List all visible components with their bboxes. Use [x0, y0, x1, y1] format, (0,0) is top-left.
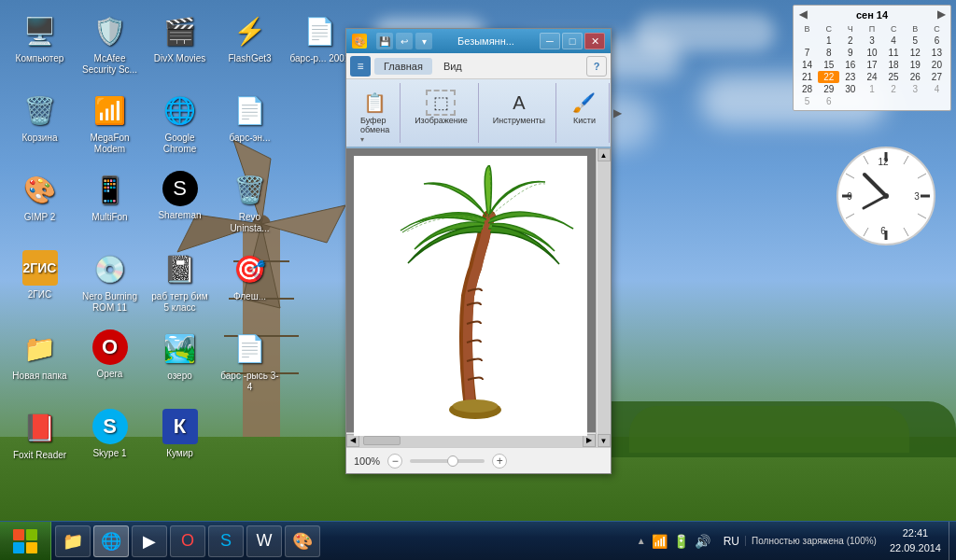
cal-cell[interactable]: 2 [839, 35, 861, 47]
cal-cell[interactable]: 29 [818, 83, 839, 95]
taskbar-paint[interactable]: 🎨 [285, 525, 320, 557]
icon-multifon[interactable]: 📱 MultiFon [75, 163, 145, 243]
tray-network-icon[interactable]: 📶 [652, 534, 668, 549]
cal-cell[interactable]: 1 [818, 35, 839, 47]
paint-minimize-btn[interactable]: ─ [540, 33, 560, 49]
cal-cell[interactable]: 25 [883, 71, 905, 83]
cal-cell[interactable]: 20 [926, 59, 948, 71]
taskbar-opera[interactable]: O [170, 525, 205, 557]
tray-battery-icon[interactable]: 🔋 [673, 534, 689, 549]
tray-expand-btn[interactable]: ▲ [637, 536, 646, 546]
icon-gimp[interactable]: 🎨 GIMP 2 [5, 163, 75, 243]
ribbon-brushes-btn[interactable]: 🖌️ Кисти [566, 87, 603, 128]
icon-computer[interactable]: 🖥️ Компьютер [5, 5, 75, 84]
paint-canvas[interactable] [354, 156, 587, 436]
tray-volume-icon[interactable]: 🔊 [695, 534, 710, 549]
icon-ozero[interactable]: 🏞️ озеро [145, 322, 215, 401]
cal-cell[interactable]: 17 [861, 59, 882, 71]
show-desktop-btn[interactable] [949, 522, 956, 561]
taskbar-media[interactable]: ▶ [132, 525, 167, 557]
icon-recycle[interactable]: 🗑️ Корзина [5, 84, 75, 163]
icon-chrome[interactable]: 🌐 Google Chrome [145, 84, 215, 163]
scroll-up-btn[interactable]: ▲ [598, 148, 611, 161]
paint-menu-home[interactable]: Главная [374, 58, 432, 75]
cal-cell-today[interactable]: 22 [818, 71, 839, 83]
cal-cell[interactable]: 21 [796, 71, 818, 83]
cal-cell[interactable]: 3 [861, 35, 882, 47]
cal-cell[interactable]: 30 [839, 83, 861, 95]
ribbon-clipboard-btn[interactable]: 📋 Буфер обмена ▾ [356, 87, 394, 147]
icon-bars3[interactable]: 📄 барс -рысь 3-4 [215, 322, 285, 401]
paint-scrollbar-v[interactable]: ▲ ▼ [596, 148, 611, 447]
scroll-down-btn[interactable]: ▼ [598, 434, 611, 447]
cal-cell-other[interactable]: 2 [883, 83, 905, 95]
icon-flashget[interactable]: ⚡ FlashGet3 [215, 5, 285, 84]
icon-newdir[interactable]: 📁 Новая папка [5, 322, 75, 401]
cal-cell[interactable]: 28 [796, 83, 818, 95]
cal-cell[interactable]: 27 [926, 71, 948, 83]
cal-cell-other[interactable]: 6 [818, 95, 839, 107]
taskbar-explorer[interactable]: 📁 [55, 525, 91, 557]
icon-divx[interactable]: 🎬 DivX Movies [145, 5, 215, 84]
paint-close-btn[interactable]: ✕ [584, 33, 605, 49]
paint-maximize-btn[interactable]: □ [562, 33, 583, 49]
cal-cell-other[interactable]: 3 [905, 83, 926, 95]
paint-zoom-in-btn[interactable]: + [492, 454, 507, 469]
paint-zoom-out-btn[interactable]: − [387, 454, 402, 469]
cal-cell[interactable]: 9 [839, 47, 861, 59]
cal-cell[interactable]: 18 [883, 59, 905, 71]
cal-cell[interactable]: 15 [818, 59, 839, 71]
icon-foxit[interactable]: 📕 Foxit Reader [5, 401, 75, 481]
cal-cell[interactable]: 6 [926, 35, 948, 47]
cal-cell-other[interactable]: 5 [796, 95, 818, 107]
paint-zoom-thumb[interactable] [447, 455, 458, 467]
icon-flash[interactable]: 🎯 Флеш... [215, 243, 285, 322]
cal-cell[interactable]: 7 [796, 47, 818, 59]
cal-cell[interactable] [796, 35, 818, 47]
paint-undo-btn[interactable]: ↩ [396, 33, 413, 49]
ribbon-expand-btn[interactable]: ▶ [613, 83, 622, 143]
paint-file-btn[interactable]: ≡ [350, 56, 371, 77]
icon-kumir[interactable]: К Кумир [145, 401, 215, 481]
scroll-thumb-h[interactable] [363, 436, 401, 445]
paint-save-btn[interactable]: 💾 [376, 33, 393, 49]
cal-cell[interactable]: 8 [818, 47, 839, 59]
cal-cell-other[interactable]: 4 [926, 83, 948, 95]
icon-bars2[interactable]: 📄 барс-эн... [215, 84, 285, 163]
paint-help-btn[interactable]: ? [586, 56, 607, 77]
cal-cell[interactable]: 19 [905, 59, 926, 71]
cal-cell[interactable]: 13 [926, 47, 948, 59]
start-button[interactable] [0, 522, 51, 561]
cal-cell[interactable]: 26 [905, 71, 926, 83]
icon-mcafee[interactable]: 🛡️ McAfee Security Sc... [75, 5, 145, 84]
paint-menu-view[interactable]: Вид [434, 58, 471, 75]
taskbar-word[interactable]: W [246, 525, 282, 557]
cal-cell[interactable]: 14 [796, 59, 818, 71]
cal-cell-other[interactable]: 1 [861, 83, 882, 95]
icon-skype[interactable]: S Skype 1 [75, 401, 145, 481]
cal-cell[interactable]: 23 [839, 71, 861, 83]
calendar-next-btn[interactable]: ▶ [935, 8, 948, 21]
ribbon-image-btn[interactable]: ⬚ Изображение [410, 87, 472, 128]
cal-cell[interactable]: 10 [861, 47, 882, 59]
paint-more-btn[interactable]: ▾ [415, 33, 432, 49]
paint-zoom-slider[interactable] [410, 459, 485, 463]
cal-cell[interactable]: 16 [839, 59, 861, 71]
paint-canvas-area[interactable]: ▲ ▼ ◀ ▶ [346, 148, 611, 447]
icon-revo[interactable]: 🗑️ Revo Uninsta... [215, 163, 285, 243]
cal-cell[interactable]: 5 [905, 35, 926, 47]
taskbar-skype[interactable]: S [208, 525, 244, 557]
cal-cell[interactable]: 4 [883, 35, 905, 47]
taskbar-chrome[interactable]: 🌐 [93, 525, 129, 557]
cal-cell[interactable]: 11 [883, 47, 905, 59]
icon-shareman[interactable]: S Shareman [145, 163, 215, 243]
ribbon-tools-btn[interactable]: A Инструменты [488, 87, 550, 128]
icon-bars1[interactable]: 📄 барс-р... 2001 [285, 5, 355, 84]
icon-gis[interactable]: 2ГИС 2ГИС [5, 243, 75, 322]
calendar-prev-btn[interactable]: ◀ [796, 8, 809, 21]
lang-indicator[interactable]: RU [718, 535, 745, 548]
icon-opera[interactable]: O Opera [75, 322, 145, 401]
clock[interactable]: 22:41 22.09.2014 [882, 526, 949, 555]
cal-cell[interactable]: 12 [905, 47, 926, 59]
cal-cell[interactable]: 24 [861, 71, 882, 83]
